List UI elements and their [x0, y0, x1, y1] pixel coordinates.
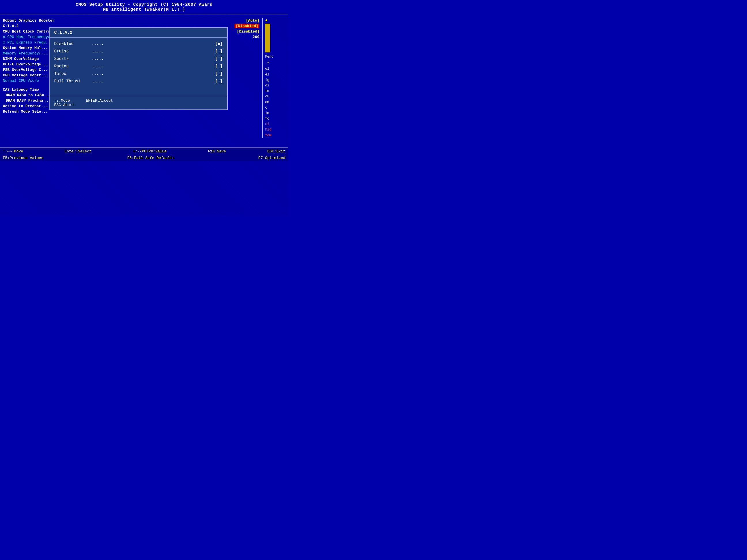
sidebar-item-tem: tem	[265, 133, 272, 138]
bottom-f10-save: F10:Save	[208, 149, 226, 154]
popup-dots-disabled: .....	[92, 42, 215, 46]
popup-bracket-racing: [ ]	[215, 64, 223, 69]
popup-bracket-sports: [ ]	[215, 56, 223, 61]
scrollbar-arrow-up: ▲	[265, 18, 267, 23]
header: CMOS Setup Utility - Copyright (C) 1984-…	[0, 0, 288, 15]
popup-option-name-disabled: Disabled	[54, 42, 92, 46]
sidebar-item-im: im	[265, 111, 269, 116]
header-line2: MB Intelligent Tweaker(M.I.T.)	[0, 7, 288, 12]
popup-option-disabled[interactable]: Disabled ..... [■]	[54, 40, 223, 48]
popup-option-full-thrust[interactable]: Full Thrust ..... [ ]	[54, 78, 223, 85]
sidebar-menu-label: Menu	[265, 54, 274, 60]
popup-option-name-full-thrust: Full Thrust	[54, 79, 92, 83]
bottom-esc-exit: ESC:Exit	[267, 149, 285, 154]
setting-label-dram-ras-cas: DRAM RAS# to CAS#...	[3, 93, 51, 97]
setting-label-cia2: C.I.A.2	[3, 24, 19, 28]
popup-option-cruise[interactable]: Cruise ..... [ ]	[54, 48, 223, 55]
sidebar-item-el2: el	[265, 72, 269, 78]
popup-option-racing[interactable]: Racing ..... [ ]	[54, 62, 223, 70]
footer-abort: ESC:Abort	[54, 103, 74, 107]
cia2-popup: C.I.A.2 Disabled ..... [■] Cruise ..... …	[49, 27, 228, 110]
setting-label-sys-memory-mul: System Memory Mul...	[3, 46, 48, 50]
setting-label-robust: Robust Graphics Booster	[3, 19, 54, 23]
setting-label-cpu-host-clock: CPU Host Clock Control	[3, 29, 52, 34]
setting-value-cia2: [Disabled]	[235, 24, 259, 28]
popup-body: Disabled ..... [■] Cruise ..... [ ] Spor…	[50, 38, 227, 87]
bottom-f5: F5:Previous Values	[3, 156, 43, 160]
popup-bracket-full-thrust: [ ]	[215, 79, 223, 83]
setting-label-cpu-voltage: CPU Voltage Contr...	[3, 73, 48, 78]
bottom-row-2: F5:Previous Values F6:Fail-Safe Defaults…	[0, 155, 288, 161]
right-sidebar: ▲ Menu .f el el ig di tw cu om c im fo n…	[262, 18, 285, 138]
bottom-f6: F6:Fail-Safe Defaults	[127, 156, 174, 160]
sidebar-item-om: om	[265, 100, 269, 105]
setting-label-dimm-overvoltage: DIMM OverVoltage	[3, 57, 39, 61]
bottom-bar: ↑↓←→:Move Enter:Select +/-/PU/PD:Value F…	[0, 148, 288, 161]
popup-dots-cruise: .....	[92, 49, 215, 54]
popup-option-sports[interactable]: Sports ..... [ ]	[54, 55, 223, 62]
setting-robust-graphics[interactable]: Robust Graphics Booster [Auto]	[3, 18, 259, 23]
sidebar-item-c: c	[265, 105, 267, 111]
sidebar-item-fo: fo	[265, 116, 269, 122]
setting-label-pci-express: x PCI Express Frequ...	[3, 40, 52, 45]
footer-section-left: ↑↓:Move ESC:Abort	[54, 99, 74, 107]
popup-dots-full-thrust: .....	[92, 79, 215, 83]
popup-option-name-sports: Sports	[54, 56, 92, 61]
bottom-enter-select: Enter:Select	[65, 149, 92, 154]
setting-label-memory-freq: Memory Frequency(...	[3, 51, 48, 56]
footer-move: ↑↓:Move	[54, 99, 74, 103]
popup-dots-racing: .....	[92, 64, 215, 69]
scrollbar-thumb[interactable]	[265, 24, 270, 52]
footer-accept: ENTER:Accept	[86, 99, 113, 103]
sidebar-item-di: di	[265, 83, 269, 88]
sidebar-item-tw: tw	[265, 88, 269, 94]
popup-option-name-racing: Racing	[54, 64, 92, 69]
bottom-f7: F7:Optimized	[258, 156, 285, 160]
setting-label-normal-cpu-vcore: Normal CPU Vcore	[3, 79, 39, 83]
setting-label-cas-latency: CAS Latency Time	[3, 87, 39, 92]
sidebar-item-f: .f	[265, 61, 269, 66]
setting-value-robust: [Auto]	[246, 19, 259, 23]
popup-dots-turbo: .....	[92, 72, 215, 76]
sidebar-item-cu: cu	[265, 94, 269, 99]
popup-bracket-cruise: [ ]	[215, 49, 223, 54]
header-line1: CMOS Setup Utility - Copyright (C) 1984-…	[0, 2, 288, 7]
popup-footer: ↑↓:Move ESC:Abort ENTER:Accept	[50, 96, 227, 109]
bottom-move: ↑↓←→:Move	[3, 149, 23, 154]
bottom-value: +/-/PU/PD:Value	[133, 149, 166, 154]
popup-bracket-turbo: [ ]	[215, 72, 223, 76]
sidebar-item-el1: el	[265, 66, 269, 72]
popup-spacer	[50, 87, 227, 96]
sidebar-item-ni: ni	[265, 122, 269, 127]
setting-value-cpu-host-freq: 200	[253, 35, 259, 39]
bottom-row-1: ↑↓←→:Move Enter:Select +/-/PU/PD:Value F…	[0, 148, 288, 155]
setting-label-dram-ras-precharge: DRAM RAS# Prechar...	[3, 99, 51, 103]
popup-option-turbo[interactable]: Turbo ..... [ ]	[54, 70, 223, 78]
popup-option-name-turbo: Turbo	[54, 72, 92, 76]
popup-option-name-cruise: Cruise	[54, 49, 92, 54]
setting-label-pcie-overvoltage: PCI-E OverVoltage...	[3, 62, 48, 66]
popup-title: C.I.A.2	[50, 28, 227, 38]
sidebar-item-hig: hig	[265, 127, 272, 133]
setting-label-fsb-overvoltage: FSB OverVoltage C...	[3, 68, 48, 72]
setting-label-active-precharge: Active to Prechar...	[3, 104, 48, 108]
setting-label-refresh-mode: Refresh Mode Sele...	[3, 109, 48, 114]
sidebar-item-ig: ig	[265, 78, 269, 83]
popup-dots-sports: .....	[92, 56, 215, 61]
popup-bracket-disabled: [■]	[215, 42, 223, 46]
setting-value-cpu-host-clock: [Disabled]	[237, 29, 259, 34]
